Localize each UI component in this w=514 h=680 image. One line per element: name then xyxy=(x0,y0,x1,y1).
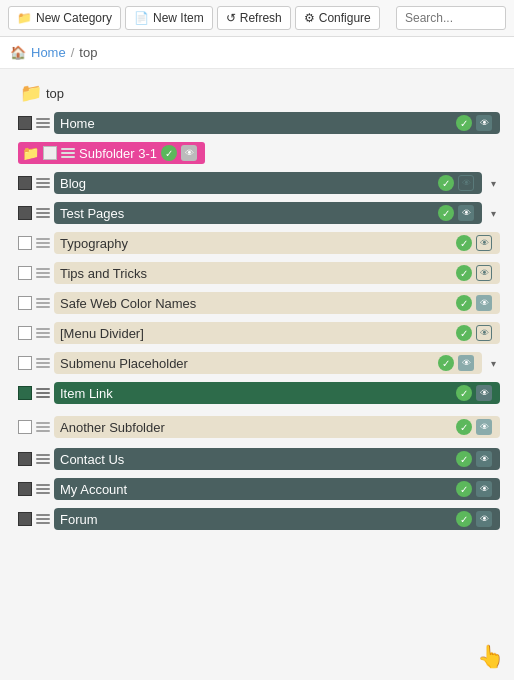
cursor-pointer: 👆 xyxy=(477,644,504,670)
submenu-check-icon[interactable]: ✓ xyxy=(438,355,454,371)
blog-lines-icon xyxy=(36,176,50,190)
toolbar: 📁 New Category 📄 New Item ↺ Refresh ⚙ Co… xyxy=(0,0,514,37)
another-subfolder-eye-icon[interactable]: 👁 xyxy=(476,419,492,435)
tips-check-icon[interactable]: ✓ xyxy=(456,265,472,281)
tree-container: 📁 top Home ✓ 👁 📁 Subfolder 3-1 ✓ 👁 xyxy=(0,69,514,545)
tips-eye-icon[interactable]: 👁 xyxy=(476,265,492,281)
configure-icon: ⚙ xyxy=(304,11,315,25)
subfolder-3-1-check-icon[interactable]: ✓ xyxy=(161,145,177,161)
tips-lines-icon xyxy=(36,266,50,280)
my-account-checkbox[interactable] xyxy=(18,482,32,496)
subfolder-3-1-eye-icon[interactable]: 👁 xyxy=(181,145,197,161)
test-pages-checkbox[interactable] xyxy=(18,206,32,220)
another-subfolder-checkbox[interactable] xyxy=(18,420,32,434)
safeweb-check-icon[interactable]: ✓ xyxy=(456,295,472,311)
home-checkbox[interactable] xyxy=(18,116,32,130)
typography-pill: Typography ✓ 👁 xyxy=(54,232,500,254)
test-pages-eye-icon[interactable]: 👁 xyxy=(458,205,474,221)
typography-eye-icon[interactable]: 👁 xyxy=(476,235,492,251)
blog-eye-icon[interactable]: 👁 xyxy=(458,175,474,191)
configure-button[interactable]: ⚙ Configure xyxy=(295,6,380,30)
forum-eye-icon[interactable]: 👁 xyxy=(476,511,492,527)
blog-check-icon[interactable]: ✓ xyxy=(438,175,454,191)
safeweb-eye-icon[interactable]: 👁 xyxy=(476,295,492,311)
typography-status: ✓ 👁 xyxy=(456,235,492,251)
subfolder-3-1-folder-icon: 📁 xyxy=(22,145,39,161)
blog-collapse-arrow[interactable]: ▾ xyxy=(486,176,500,190)
contact-us-lines-icon xyxy=(36,452,50,466)
subfolder-3-1-selected[interactable]: 📁 Subfolder 3-1 ✓ 👁 xyxy=(18,142,205,164)
search-input[interactable] xyxy=(396,6,506,30)
submenu-collapse-arrow[interactable]: ▾ xyxy=(486,356,500,370)
breadcrumb-top: top xyxy=(79,45,97,60)
forum-check-icon[interactable]: ✓ xyxy=(456,511,472,527)
safeweb-label: Safe Web Color Names xyxy=(60,296,446,311)
forum-checkbox[interactable] xyxy=(18,512,32,526)
my-account-eye-icon[interactable]: 👁 xyxy=(476,481,492,497)
contact-us-eye-icon[interactable]: 👁 xyxy=(476,451,492,467)
another-subfolder-label: Another Subfolder xyxy=(60,420,446,435)
my-account-label: My Account xyxy=(60,482,446,497)
configure-label: Configure xyxy=(319,11,371,25)
another-subfolder-check-icon[interactable]: ✓ xyxy=(456,419,472,435)
subfolder-3-1-checkbox[interactable] xyxy=(43,146,57,160)
item-link-eye-icon[interactable]: 👁 xyxy=(476,385,492,401)
refresh-icon: ↺ xyxy=(226,11,236,25)
typography-checkbox[interactable] xyxy=(18,236,32,250)
test-pages-lines-icon xyxy=(36,206,50,220)
tips-checkbox[interactable] xyxy=(18,266,32,280)
test-pages-pill: Test Pages ✓ 👁 xyxy=(54,202,482,224)
tips-label: Tips and Tricks xyxy=(60,266,446,281)
list-item: Home ✓ 👁 xyxy=(14,109,504,137)
new-category-button[interactable]: 📁 New Category xyxy=(8,6,121,30)
new-category-icon: 📁 xyxy=(17,11,32,25)
new-item-icon: 📄 xyxy=(134,11,149,25)
my-account-pill: My Account ✓ 👁 xyxy=(54,478,500,500)
item-link-lines-icon xyxy=(36,386,50,400)
submenu-eye-icon[interactable]: 👁 xyxy=(458,355,474,371)
contact-us-status: ✓ 👁 xyxy=(456,451,492,467)
item-link-pill: Item Link ✓ 👁 xyxy=(54,382,500,404)
test-pages-collapse-arrow[interactable]: ▾ xyxy=(486,206,500,220)
item-link-checkbox[interactable] xyxy=(18,386,32,400)
contact-us-check-icon[interactable]: ✓ xyxy=(456,451,472,467)
blog-pill: Blog ✓ 👁 xyxy=(54,172,482,194)
home-check-icon[interactable]: ✓ xyxy=(456,115,472,131)
my-account-status: ✓ 👁 xyxy=(456,481,492,497)
item-link-check-icon[interactable]: ✓ xyxy=(456,385,472,401)
breadcrumb-separator: / xyxy=(71,45,75,60)
root-folder-label: top xyxy=(46,86,64,101)
typography-check-icon[interactable]: ✓ xyxy=(456,235,472,251)
breadcrumb-home-link[interactable]: Home xyxy=(31,45,66,60)
list-item: Forum ✓ 👁 xyxy=(14,505,504,533)
home-eye-icon[interactable]: 👁 xyxy=(476,115,492,131)
home-label: Home xyxy=(60,116,446,131)
blog-label: Blog xyxy=(60,176,428,191)
contact-us-checkbox[interactable] xyxy=(18,452,32,466)
menu-divider-check-icon[interactable]: ✓ xyxy=(456,325,472,341)
forum-pill: Forum ✓ 👁 xyxy=(54,508,500,530)
refresh-button[interactable]: ↺ Refresh xyxy=(217,6,291,30)
forum-lines-icon xyxy=(36,512,50,526)
contact-us-pill: Contact Us ✓ 👁 xyxy=(54,448,500,470)
submenu-checkbox[interactable] xyxy=(18,356,32,370)
list-item: Tips and Tricks ✓ 👁 xyxy=(14,259,504,287)
menu-divider-eye-icon[interactable]: 👁 xyxy=(476,325,492,341)
blog-status: ✓ 👁 xyxy=(438,175,474,191)
root-folder[interactable]: 📁 top xyxy=(14,79,504,107)
breadcrumb: 🏠 Home / top xyxy=(0,37,514,69)
list-item: 📁 Subfolder 3-1 ✓ 👁 xyxy=(14,139,504,167)
menu-divider-lines-icon xyxy=(36,326,50,340)
safeweb-checkbox[interactable] xyxy=(18,296,32,310)
safeweb-lines-icon xyxy=(36,296,50,310)
menu-divider-checkbox[interactable] xyxy=(18,326,32,340)
list-item: Another Subfolder ✓ 👁 xyxy=(14,413,504,441)
my-account-check-icon[interactable]: ✓ xyxy=(456,481,472,497)
subfolder-3-1-label: Subfolder 3-1 xyxy=(79,146,157,161)
submenu-label: Submenu Placeholder xyxy=(60,356,428,371)
new-item-button[interactable]: 📄 New Item xyxy=(125,6,213,30)
test-pages-check-icon[interactable]: ✓ xyxy=(438,205,454,221)
blog-checkbox[interactable] xyxy=(18,176,32,190)
list-item: Submenu Placeholder ✓ 👁 ▾ xyxy=(14,349,504,377)
list-item: Test Pages ✓ 👁 ▾ xyxy=(14,199,504,227)
